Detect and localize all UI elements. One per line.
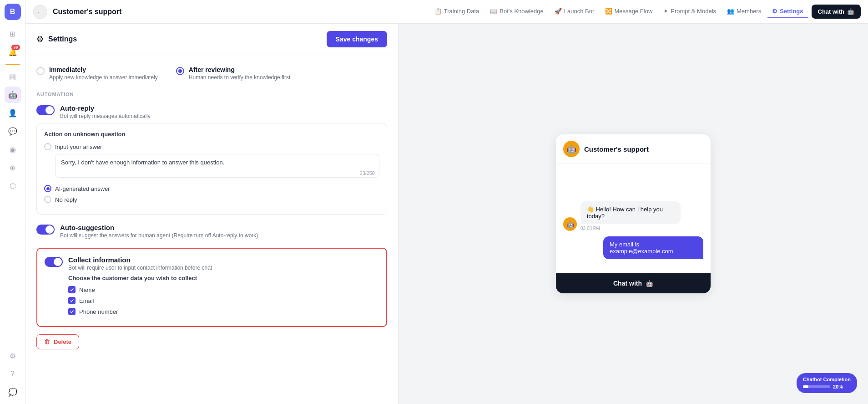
auto-suggestion-desc: Bot will suggest the answers for human a… xyxy=(60,232,258,239)
name-checkbox[interactable] xyxy=(68,286,76,293)
settings-header-left: ⚙ Settings xyxy=(36,34,77,44)
sidebar-item-dashboard[interactable]: ▦ xyxy=(5,68,21,85)
sidebar-item-settings[interactable]: ⚙ xyxy=(5,348,21,364)
gear-icon: ⚙ xyxy=(10,352,16,360)
ai-generated-label: AI-generated answer xyxy=(55,185,110,192)
tab-bots-knowledge[interactable]: 📖 Bot's Knowledge xyxy=(485,5,548,18)
checkmark-icon-phone xyxy=(70,309,74,314)
tab-training-data[interactable]: 📋 Training Data xyxy=(430,5,484,18)
bot-bubble: 👋 Hello! How can I help you today? xyxy=(580,201,681,224)
knowledge-icon: 📖 xyxy=(490,8,497,15)
tab-settings[interactable]: ⚙ Settings xyxy=(767,5,807,18)
chat-footer-button[interactable]: Chat with 🤖 xyxy=(556,273,711,293)
bot-preview-name: Customer's support xyxy=(584,145,649,153)
sidebar-item-box[interactable]: ⬡ xyxy=(5,178,21,194)
input-answer-radio[interactable] xyxy=(44,143,51,150)
ai-generated-radio[interactable] xyxy=(44,185,51,192)
save-changes-button[interactable]: Save changes xyxy=(327,31,387,47)
collect-info-card: Collect information Bot will require use… xyxy=(36,248,387,327)
completion-label: Chatbot Completion xyxy=(803,377,851,382)
chat-with-button[interactable]: Chat with 🤖 xyxy=(812,5,861,19)
preview-panel: 🤖 Customer's support 🤖 👋 Hello! How can … xyxy=(399,24,868,404)
apply-after-reviewing-option[interactable]: After reviewing Human needs to verify th… xyxy=(176,66,290,81)
completion-fill xyxy=(803,385,808,388)
action-card-title: Action on unknown question xyxy=(44,131,379,138)
tab-message-flow[interactable]: 🔀 Message Flow xyxy=(601,5,657,18)
help-icon: ? xyxy=(10,370,15,378)
completion-percent: 20% xyxy=(833,384,843,389)
main: ← Customer's support 📋 Training Data 📖 B… xyxy=(25,0,868,404)
content-area: ⚙ Settings Save changes Immediately Appl… xyxy=(25,24,868,404)
settings-gear-icon: ⚙ xyxy=(36,34,44,44)
no-reply-option[interactable]: No reply xyxy=(44,196,379,203)
no-reply-label: No reply xyxy=(55,196,77,203)
input-answer-option[interactable]: Input your answer xyxy=(44,143,379,150)
sidebar-item-help[interactable]: ? xyxy=(5,366,21,382)
tab-members[interactable]: 👥 Members xyxy=(722,5,766,18)
home-icon: ⊞ xyxy=(10,30,15,38)
sidebar-item-integrations[interactable]: ⊕ xyxy=(5,159,21,176)
tab-launch-bot[interactable]: 🚀 Launch Bot xyxy=(550,5,599,18)
chat-icon: 💬 xyxy=(8,127,17,136)
auto-suggestion-toggle[interactable] xyxy=(36,225,55,235)
sidebar-item-notifications[interactable]: 🔔 99 xyxy=(5,44,21,60)
apply-immediately-label: Immediately xyxy=(49,66,158,73)
auto-suggestion-label: Auto-suggestion xyxy=(60,224,258,231)
auto-reply-toggle[interactable] xyxy=(36,105,55,115)
tab-prompt-models[interactable]: ✦ Prompt & Models xyxy=(659,5,721,18)
apply-immediately-radio[interactable] xyxy=(36,67,45,75)
settings-title: Settings xyxy=(48,35,77,43)
training-data-icon: 📋 xyxy=(434,8,442,15)
collect-info-fields: Choose the customer data you wish to col… xyxy=(45,275,379,315)
user-message-block: My email is example@example.com 03:08 PM xyxy=(563,236,703,266)
chat-header: 🤖 Customer's support xyxy=(556,134,711,164)
input-answer-label: Input your answer xyxy=(55,143,102,150)
name-label: Name xyxy=(79,286,95,293)
apply-after-reviewing-radio[interactable] xyxy=(176,67,184,75)
sidebar-item-users[interactable]: 👤 xyxy=(5,105,21,121)
settings-panel: ⚙ Settings Save changes Immediately Appl… xyxy=(25,24,399,404)
collect-info-toggle[interactable] xyxy=(45,257,63,267)
automation-section-title: AUTOMATION xyxy=(36,92,387,97)
chat-spacer xyxy=(563,171,703,196)
phone-label: Phone number xyxy=(79,308,118,315)
sidebar-item-chat[interactable]: 💬 xyxy=(5,123,21,139)
sidebar-item-bot[interactable]: 🤖 xyxy=(5,87,21,103)
collect-info-row: Collect information Bot will require use… xyxy=(45,256,379,271)
bot-message-avatar: 🤖 xyxy=(563,217,577,231)
checkmark-icon xyxy=(70,287,74,292)
user-msg-time: 03:08 PM xyxy=(684,261,703,266)
ai-generated-option[interactable]: AI-generated answer xyxy=(44,185,379,192)
bot-msg-time: 03:08 PM xyxy=(580,226,681,231)
answer-textarea[interactable]: Sorry, I don't have enough information t… xyxy=(55,154,379,178)
auto-suggestion-row: Auto-suggestion Bot will suggest the ans… xyxy=(36,224,387,239)
answer-textarea-wrapper: Sorry, I don't have enough information t… xyxy=(55,154,379,179)
apply-immediately-option[interactable]: Immediately Apply new knowledge to answe… xyxy=(36,66,158,81)
launch-icon: 🚀 xyxy=(555,8,562,15)
phone-checkbox-row[interactable]: Phone number xyxy=(68,308,379,315)
phone-checkbox[interactable] xyxy=(68,308,76,315)
no-reply-radio[interactable] xyxy=(44,196,51,203)
dashboard-icon: ▦ xyxy=(9,72,16,81)
auto-suggestion-toggle-thumb xyxy=(45,225,54,234)
delete-button[interactable]: 🗑 Delete xyxy=(36,334,79,349)
email-label: Email xyxy=(79,297,94,304)
sidebar-item-analytics[interactable]: ◉ xyxy=(5,141,21,158)
chat-preview: 🤖 Customer's support 🤖 👋 Hello! How can … xyxy=(556,134,711,293)
checkmark-icon-email xyxy=(70,298,74,303)
notification-badge: 99 xyxy=(11,45,20,50)
members-icon: 👥 xyxy=(727,8,734,15)
email-checkbox[interactable] xyxy=(68,297,76,304)
chat-body: 🤖 👋 Hello! How can I help you today? 03:… xyxy=(556,164,711,273)
name-checkbox-row[interactable]: Name xyxy=(68,286,379,293)
chat-footer-icon: 🤖 xyxy=(646,280,653,287)
sidebar-item-home[interactable]: ⊞ xyxy=(5,26,21,42)
auto-reply-label: Auto-reply xyxy=(60,104,151,112)
sidebar-item-chat2[interactable]: 💭 xyxy=(5,384,21,400)
chat2-icon: 💭 xyxy=(8,388,17,397)
page-title: Customer's support xyxy=(53,8,121,16)
back-button[interactable]: ← xyxy=(33,5,47,19)
email-checkbox-row[interactable]: Email xyxy=(68,297,379,304)
logo[interactable]: B xyxy=(5,4,21,20)
collect-info-toggle-thumb xyxy=(54,258,62,266)
